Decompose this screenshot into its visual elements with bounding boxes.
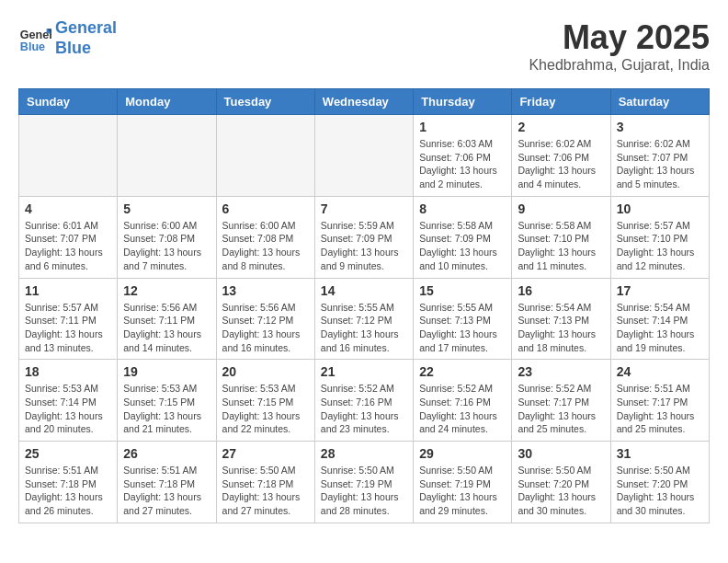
day-number: 15 xyxy=(419,283,506,298)
day-number: 18 xyxy=(25,364,111,379)
calendar-header-row: SundayMondayTuesdayWednesdayThursdayFrid… xyxy=(19,89,710,115)
day-number: 1 xyxy=(419,120,506,134)
day-number: 4 xyxy=(25,201,111,216)
day-header-tuesday: Tuesday xyxy=(216,89,314,115)
day-info: Sunrise: 5:54 AM Sunset: 7:13 PM Dayligh… xyxy=(518,301,604,355)
calendar-cell: 31Sunrise: 5:50 AM Sunset: 7:20 PM Dayli… xyxy=(610,442,709,523)
logo-icon: General Blue xyxy=(18,22,51,55)
day-number: 13 xyxy=(222,283,309,298)
day-number: 9 xyxy=(518,201,604,216)
week-row-4: 18Sunrise: 5:53 AM Sunset: 7:14 PM Dayli… xyxy=(19,360,710,442)
day-number: 31 xyxy=(617,446,703,461)
calendar-cell xyxy=(314,115,413,197)
logo-text-line2: Blue xyxy=(55,39,117,59)
calendar-cell: 13Sunrise: 5:56 AM Sunset: 7:12 PM Dayli… xyxy=(216,278,314,360)
day-number: 5 xyxy=(123,201,210,216)
day-header-thursday: Thursday xyxy=(414,89,512,115)
day-info: Sunrise: 5:52 AM Sunset: 7:16 PM Dayligh… xyxy=(419,382,506,436)
calendar-cell xyxy=(19,115,118,197)
calendar-cell: 16Sunrise: 5:54 AM Sunset: 7:13 PM Dayli… xyxy=(512,278,610,360)
day-info: Sunrise: 6:02 AM Sunset: 7:07 PM Dayligh… xyxy=(617,137,703,191)
day-info: Sunrise: 5:50 AM Sunset: 7:20 PM Dayligh… xyxy=(518,464,604,518)
calendar-cell: 23Sunrise: 5:52 AM Sunset: 7:17 PM Dayli… xyxy=(512,360,610,442)
day-info: Sunrise: 5:57 AM Sunset: 7:10 PM Dayligh… xyxy=(617,219,703,273)
day-info: Sunrise: 5:53 AM Sunset: 7:15 PM Dayligh… xyxy=(222,382,309,436)
day-number: 2 xyxy=(518,120,604,134)
day-info: Sunrise: 6:02 AM Sunset: 7:06 PM Dayligh… xyxy=(518,137,604,191)
day-number: 23 xyxy=(518,364,604,379)
calendar-cell: 27Sunrise: 5:50 AM Sunset: 7:18 PM Dayli… xyxy=(216,442,314,523)
day-number: 10 xyxy=(617,201,703,216)
day-number: 17 xyxy=(617,283,703,298)
day-number: 21 xyxy=(321,364,407,379)
day-info: Sunrise: 5:59 AM Sunset: 7:09 PM Dayligh… xyxy=(321,219,407,273)
calendar-cell: 28Sunrise: 5:50 AM Sunset: 7:19 PM Dayli… xyxy=(314,442,413,523)
calendar-cell: 14Sunrise: 5:55 AM Sunset: 7:12 PM Dayli… xyxy=(314,278,413,360)
day-info: Sunrise: 6:00 AM Sunset: 7:08 PM Dayligh… xyxy=(222,219,309,273)
calendar-cell: 29Sunrise: 5:50 AM Sunset: 7:19 PM Dayli… xyxy=(414,442,512,523)
day-number: 22 xyxy=(419,364,506,379)
day-info: Sunrise: 5:53 AM Sunset: 7:15 PM Dayligh… xyxy=(123,382,210,436)
day-header-friday: Friday xyxy=(512,89,610,115)
week-row-3: 11Sunrise: 5:57 AM Sunset: 7:11 PM Dayli… xyxy=(19,278,710,360)
day-number: 14 xyxy=(321,283,407,298)
day-number: 11 xyxy=(25,283,111,298)
calendar-cell: 26Sunrise: 5:51 AM Sunset: 7:18 PM Dayli… xyxy=(118,442,216,523)
calendar-cell: 18Sunrise: 5:53 AM Sunset: 7:14 PM Dayli… xyxy=(19,360,118,442)
day-info: Sunrise: 5:50 AM Sunset: 7:19 PM Dayligh… xyxy=(419,464,506,518)
calendar-cell: 6Sunrise: 6:00 AM Sunset: 7:08 PM Daylig… xyxy=(216,196,314,278)
day-info: Sunrise: 5:54 AM Sunset: 7:14 PM Dayligh… xyxy=(617,301,703,355)
day-number: 25 xyxy=(25,446,111,461)
day-header-wednesday: Wednesday xyxy=(314,89,413,115)
day-number: 3 xyxy=(617,120,703,134)
day-header-sunday: Sunday xyxy=(19,89,118,115)
calendar-cell: 5Sunrise: 6:00 AM Sunset: 7:08 PM Daylig… xyxy=(118,196,216,278)
calendar-cell: 15Sunrise: 5:55 AM Sunset: 7:13 PM Dayli… xyxy=(414,278,512,360)
calendar-cell: 25Sunrise: 5:51 AM Sunset: 7:18 PM Dayli… xyxy=(19,442,118,523)
calendar-cell: 9Sunrise: 5:58 AM Sunset: 7:10 PM Daylig… xyxy=(512,196,610,278)
title-block: May 2025 Khedbrahma, Gujarat, India xyxy=(529,18,710,74)
calendar-cell: 7Sunrise: 5:59 AM Sunset: 7:09 PM Daylig… xyxy=(314,196,413,278)
day-info: Sunrise: 5:58 AM Sunset: 7:10 PM Dayligh… xyxy=(518,219,604,273)
calendar-cell: 12Sunrise: 5:56 AM Sunset: 7:11 PM Dayli… xyxy=(118,278,216,360)
calendar-cell: 10Sunrise: 5:57 AM Sunset: 7:10 PM Dayli… xyxy=(610,196,709,278)
calendar-cell: 20Sunrise: 5:53 AM Sunset: 7:15 PM Dayli… xyxy=(216,360,314,442)
day-info: Sunrise: 5:53 AM Sunset: 7:14 PM Dayligh… xyxy=(25,382,111,436)
day-info: Sunrise: 5:58 AM Sunset: 7:09 PM Dayligh… xyxy=(419,219,506,273)
day-info: Sunrise: 5:50 AM Sunset: 7:19 PM Dayligh… xyxy=(321,464,407,518)
calendar-cell: 22Sunrise: 5:52 AM Sunset: 7:16 PM Dayli… xyxy=(414,360,512,442)
calendar-cell: 1Sunrise: 6:03 AM Sunset: 7:06 PM Daylig… xyxy=(414,115,512,197)
day-info: Sunrise: 5:50 AM Sunset: 7:18 PM Dayligh… xyxy=(222,464,309,518)
calendar-cell: 21Sunrise: 5:52 AM Sunset: 7:16 PM Dayli… xyxy=(314,360,413,442)
day-info: Sunrise: 5:55 AM Sunset: 7:12 PM Dayligh… xyxy=(321,301,407,355)
calendar-cell: 8Sunrise: 5:58 AM Sunset: 7:09 PM Daylig… xyxy=(414,196,512,278)
calendar-cell xyxy=(118,115,216,197)
day-info: Sunrise: 5:57 AM Sunset: 7:11 PM Dayligh… xyxy=(25,301,111,355)
day-header-saturday: Saturday xyxy=(610,89,709,115)
week-row-1: 1Sunrise: 6:03 AM Sunset: 7:06 PM Daylig… xyxy=(19,115,710,197)
day-info: Sunrise: 6:01 AM Sunset: 7:07 PM Dayligh… xyxy=(25,219,111,273)
day-info: Sunrise: 5:51 AM Sunset: 7:18 PM Dayligh… xyxy=(25,464,111,518)
day-number: 29 xyxy=(419,446,506,461)
day-info: Sunrise: 5:56 AM Sunset: 7:12 PM Dayligh… xyxy=(222,301,309,355)
page-header: General Blue General Blue May 2025 Khedb… xyxy=(18,18,710,74)
day-number: 26 xyxy=(123,446,210,461)
day-number: 27 xyxy=(222,446,309,461)
day-info: Sunrise: 5:52 AM Sunset: 7:16 PM Dayligh… xyxy=(321,382,407,436)
calendar-cell: 2Sunrise: 6:02 AM Sunset: 7:06 PM Daylig… xyxy=(512,115,610,197)
day-number: 7 xyxy=(321,201,407,216)
day-number: 12 xyxy=(123,283,210,298)
day-number: 8 xyxy=(419,201,506,216)
logo-text-line1: General xyxy=(55,18,117,39)
day-info: Sunrise: 5:55 AM Sunset: 7:13 PM Dayligh… xyxy=(419,301,506,355)
calendar-cell: 11Sunrise: 5:57 AM Sunset: 7:11 PM Dayli… xyxy=(19,278,118,360)
svg-text:Blue: Blue xyxy=(20,40,45,52)
day-info: Sunrise: 5:51 AM Sunset: 7:18 PM Dayligh… xyxy=(123,464,210,518)
day-info: Sunrise: 5:56 AM Sunset: 7:11 PM Dayligh… xyxy=(123,301,210,355)
logo: General Blue General Blue xyxy=(18,18,117,58)
day-info: Sunrise: 6:00 AM Sunset: 7:08 PM Dayligh… xyxy=(123,219,210,273)
day-info: Sunrise: 5:51 AM Sunset: 7:17 PM Dayligh… xyxy=(617,382,703,436)
day-number: 16 xyxy=(518,283,604,298)
calendar-cell: 19Sunrise: 5:53 AM Sunset: 7:15 PM Dayli… xyxy=(118,360,216,442)
week-row-5: 25Sunrise: 5:51 AM Sunset: 7:18 PM Dayli… xyxy=(19,442,710,523)
